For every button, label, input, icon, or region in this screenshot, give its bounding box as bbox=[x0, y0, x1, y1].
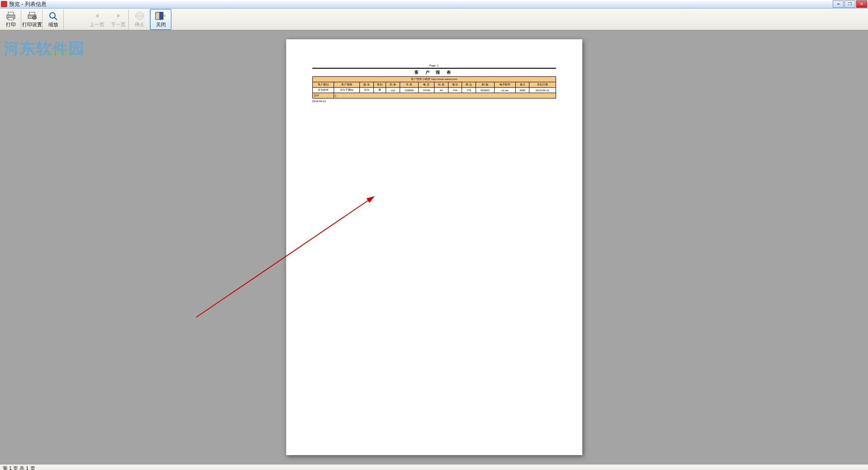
stop-button: STOP 停止 bbox=[129, 9, 150, 30]
printer-gear-icon bbox=[26, 11, 38, 21]
minimize-button[interactable]: ━ bbox=[833, 0, 844, 8]
print-button[interactable]: 打印 bbox=[0, 9, 21, 30]
close-button[interactable]: ✕ bbox=[856, 0, 867, 8]
page-status: 第 1 页 共 1 页 bbox=[3, 465, 35, 470]
report-footer-date: 2018-09-21 bbox=[312, 100, 556, 103]
svg-rect-4 bbox=[29, 12, 35, 15]
report-title: 客 户 报 表 bbox=[312, 70, 556, 75]
watermark-logo: 河东软件园 bbox=[4, 38, 85, 59]
table-row: 河东软件河东下载站河东男uQI1558687474544744778555000… bbox=[312, 88, 556, 93]
report-page: Page: 1 客 户 报 表 客户管理 小精灵 http://www.xiao… bbox=[286, 39, 582, 455]
svg-rect-1 bbox=[8, 12, 14, 15]
svg-marker-14 bbox=[163, 14, 166, 18]
preview-viewport[interactable]: 河东软件园 pc.059.cn Page: 1 客 户 报 表 客户管理 小精灵… bbox=[0, 30, 868, 464]
maximize-button[interactable]: ❐ bbox=[844, 0, 855, 8]
table-header-row: 客户类别客户简称姓 名性别职 务手 机电 话传 真地 址单 位邮 编电子邮件备注… bbox=[312, 82, 556, 88]
close-preview-button[interactable]: 关闭 bbox=[150, 9, 171, 30]
print-setup-button[interactable]: 打印设置 bbox=[21, 9, 42, 30]
stop-icon: STOP bbox=[134, 11, 146, 21]
prev-page-button: 上一页 bbox=[86, 9, 108, 30]
report-caption: 客户管理 小精灵 http://www.xiaotv.com bbox=[312, 77, 556, 82]
titlebar: 预览 - 列表信息 ━ ❐ ✕ bbox=[0, 0, 868, 9]
next-page-button: 下一页 bbox=[108, 9, 129, 30]
app-icon bbox=[1, 1, 7, 7]
magnifier-icon bbox=[47, 11, 59, 21]
watermark-url: pc.059.cn bbox=[46, 48, 75, 56]
table-total-row: 合计 1 bbox=[312, 93, 556, 99]
svg-line-7 bbox=[54, 17, 57, 20]
svg-marker-9 bbox=[117, 14, 120, 18]
zoom-button[interactable]: 缩放 bbox=[42, 9, 64, 30]
report-table: 客户管理 小精灵 http://www.xiaotv.com 客户类别客户简称姓… bbox=[312, 76, 556, 99]
arrow-left-icon bbox=[91, 11, 103, 21]
page-number: Page: 1 bbox=[312, 64, 556, 67]
arrow-right-icon bbox=[113, 11, 124, 21]
svg-text:STOP: STOP bbox=[136, 15, 143, 18]
statusbar: 第 1 页 共 1 页 bbox=[0, 464, 868, 470]
svg-rect-13 bbox=[160, 12, 163, 19]
svg-rect-2 bbox=[8, 18, 14, 20]
window-title: 预览 - 列表信息 bbox=[9, 0, 833, 8]
svg-marker-8 bbox=[95, 14, 99, 18]
exit-icon bbox=[155, 11, 167, 21]
toolbar: 打印 打印设置 缩放 上一页 下一页 STOP 停止 关闭 bbox=[0, 9, 868, 30]
printer-icon bbox=[5, 11, 17, 21]
svg-point-5 bbox=[33, 16, 36, 19]
